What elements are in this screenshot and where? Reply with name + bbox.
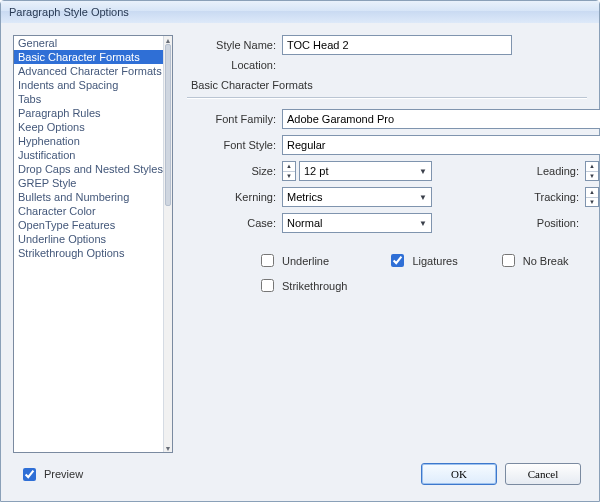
sidebar-item[interactable]: Character Color (14, 204, 164, 218)
size-label: Size: (252, 165, 276, 177)
chevron-down-icon: ▼ (586, 198, 598, 207)
form-header: Style Name: Location: Basic Character Fo… (187, 35, 587, 91)
kerning-label: Kerning: (235, 191, 276, 203)
checkbox-row: Underline Strikethrough Ligatures No Bre… (187, 251, 587, 295)
cancel-button[interactable]: Cancel (505, 463, 581, 485)
sidebar-item[interactable]: Indents and Spacing (14, 78, 164, 92)
strikethrough-checkbox[interactable]: Strikethrough (257, 276, 347, 295)
chevron-down-icon: ▼ (415, 161, 431, 181)
kerning-dropdown[interactable]: Metrics ▼ (282, 187, 432, 207)
dialog-paragraph-style-options: Paragraph Style Options GeneralBasic Cha… (0, 0, 600, 502)
underline-checkbox[interactable]: Underline (257, 251, 347, 270)
scroll-up-arrow-icon[interactable]: ▲ (164, 36, 172, 44)
kerning-value: Metrics (287, 191, 322, 203)
strikethrough-input[interactable] (261, 279, 274, 292)
category-items: GeneralBasic Character FormatsAdvanced C… (14, 36, 164, 452)
chevron-up-icon: ▲ (586, 162, 598, 172)
font-family-dropdown[interactable]: Adobe Garamond Pro ▼ (282, 109, 600, 129)
style-name-input[interactable] (282, 35, 512, 55)
font-style-dropdown[interactable]: Regular ▼ (282, 135, 600, 155)
category-scrollbar[interactable]: ▲ ▼ (163, 36, 172, 452)
sidebar-item[interactable]: GREP Style (14, 176, 164, 190)
location-label: Location: (191, 59, 276, 71)
main-area: GeneralBasic Character FormatsAdvanced C… (13, 35, 587, 453)
sidebar-item[interactable]: Drop Caps and Nested Styles (14, 162, 164, 176)
style-name-label: Style Name: (191, 39, 276, 51)
section-divider (187, 97, 587, 99)
category-panel: GeneralBasic Character FormatsAdvanced C… (13, 35, 173, 453)
position-label: Position: (537, 217, 579, 229)
preview-input[interactable] (23, 468, 36, 481)
scroll-track[interactable] (165, 44, 171, 444)
title-bar: Paragraph Style Options (1, 1, 599, 24)
tracking-label: Tracking: (534, 191, 579, 203)
font-style-label: Font Style: (223, 139, 276, 151)
sidebar-item[interactable]: General (14, 36, 164, 50)
ligatures-checkbox[interactable]: Ligatures (387, 251, 457, 270)
chevron-up-icon: ▲ (586, 188, 598, 198)
category-listbox[interactable]: GeneralBasic Character FormatsAdvanced C… (13, 35, 173, 453)
size-value: 12 pt (304, 165, 328, 177)
sidebar-item[interactable]: Basic Character Formats (14, 50, 164, 64)
underline-input[interactable] (261, 254, 274, 267)
case-value: Normal (287, 217, 322, 229)
leading-label: Leading: (537, 165, 579, 177)
strikethrough-label: Strikethrough (282, 280, 347, 292)
sidebar-item[interactable]: Keep Options (14, 120, 164, 134)
ligatures-label: Ligatures (412, 255, 457, 267)
chevron-down-icon: ▼ (283, 172, 295, 181)
no-break-checkbox[interactable]: No Break (498, 251, 569, 270)
font-family-label: Font Family: (215, 113, 276, 125)
sidebar-item[interactable]: OpenType Features (14, 218, 164, 232)
scroll-thumb[interactable] (165, 44, 171, 206)
sidebar-item[interactable]: Tabs (14, 92, 164, 106)
preview-checkbox[interactable]: Preview (19, 465, 83, 484)
chevron-down-icon: ▼ (415, 213, 431, 233)
size-stepper[interactable]: ▲▼ (282, 161, 296, 181)
chevron-down-icon: ▼ (415, 187, 431, 207)
sidebar-item[interactable]: Underline Options (14, 232, 164, 246)
no-break-label: No Break (523, 255, 569, 267)
tracking-stepper[interactable]: ▲▼ (585, 187, 599, 207)
sidebar-item[interactable]: Bullets and Numbering (14, 190, 164, 204)
case-dropdown[interactable]: Normal ▼ (282, 213, 432, 233)
form-panel: Style Name: Location: Basic Character Fo… (187, 35, 587, 453)
character-format-grid: Font Family: Adobe Garamond Pro ▼ Font S… (187, 109, 587, 233)
preview-label: Preview (44, 468, 83, 480)
no-break-input[interactable] (502, 254, 515, 267)
ligatures-input[interactable] (391, 254, 404, 267)
underline-label: Underline (282, 255, 329, 267)
size-dropdown[interactable]: 12 pt ▼ (299, 161, 432, 181)
sidebar-item[interactable]: Strikethrough Options (14, 246, 164, 260)
scroll-down-arrow-icon[interactable]: ▼ (164, 444, 172, 452)
ok-button[interactable]: OK (421, 463, 497, 485)
font-family-value: Adobe Garamond Pro (287, 113, 394, 125)
dialog-content: GeneralBasic Character FormatsAdvanced C… (1, 23, 599, 501)
sidebar-item[interactable]: Advanced Character Formats (14, 64, 164, 78)
sidebar-item[interactable]: Paragraph Rules (14, 106, 164, 120)
dialog-footer: Preview OK Cancel (13, 459, 587, 489)
chevron-up-icon: ▲ (283, 162, 295, 172)
sidebar-item[interactable]: Justification (14, 148, 164, 162)
window-title: Paragraph Style Options (9, 6, 129, 18)
chevron-down-icon: ▼ (586, 172, 598, 181)
font-style-value: Regular (287, 139, 326, 151)
leading-stepper[interactable]: ▲▼ (585, 161, 599, 181)
case-label: Case: (247, 217, 276, 229)
sidebar-item[interactable]: Hyphenation (14, 134, 164, 148)
section-title: Basic Character Formats (191, 79, 583, 91)
